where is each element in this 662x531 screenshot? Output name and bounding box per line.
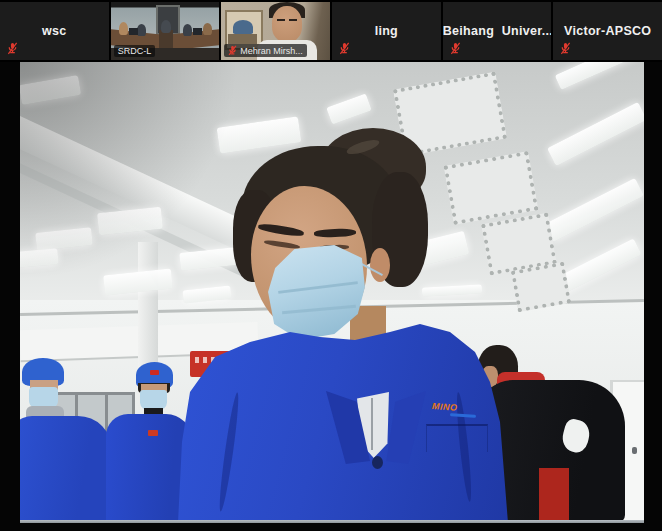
participant-tile-wsc[interactable]: wsc (0, 2, 109, 60)
participant-name: ling (332, 24, 441, 38)
srdc-monitor (193, 28, 202, 35)
mic-muted-icon (7, 42, 18, 55)
participant-name: wsc (0, 24, 109, 38)
participant-strip: wsc SRDC-L (0, 0, 662, 62)
main-video[interactable]: MINO (20, 62, 644, 523)
speaker-chest-pocket (426, 424, 488, 452)
participant-name: SRDC-L (118, 46, 152, 56)
technician2-coat-badge (148, 430, 158, 436)
mic-muted-icon (228, 45, 237, 56)
participant-name: Beihang Univer... (443, 24, 552, 38)
mehran-face (272, 6, 302, 42)
door-handle (632, 447, 637, 454)
speaker-coat-logo: MINO (432, 401, 458, 413)
participant-tile-ling[interactable]: ling (332, 2, 441, 60)
srdc-person (183, 24, 192, 36)
mic-muted-icon (560, 42, 571, 55)
participant-name-label: Mehran Mirsh... (224, 44, 307, 57)
speaker-coat-button (372, 456, 383, 469)
srdc-monitor (129, 28, 138, 35)
observer-red-lower (539, 468, 569, 523)
technician2-cap-logo (150, 370, 159, 375)
participant-name: Mehran Mirsh... (240, 46, 303, 56)
video-bottom-edge (20, 520, 644, 523)
srdc-person (137, 24, 146, 36)
participant-tile-beihang[interactable]: Beihang Univer... (443, 2, 552, 60)
participant-tile-srdc-l[interactable]: SRDC-L (111, 2, 220, 60)
srdc-person (119, 22, 128, 35)
participant-name-label: SRDC-L (114, 45, 156, 57)
technician1-coat (20, 416, 112, 523)
mehran-painting-base (228, 34, 257, 44)
srdc-person (161, 20, 171, 33)
participant-name: Victor-APSCO (553, 24, 662, 38)
mic-muted-icon (450, 42, 461, 55)
speaker-ear (370, 248, 390, 282)
mehran-painting-dome (233, 20, 253, 34)
mehran-eyebrows (277, 19, 285, 21)
mehran-eyebrows (289, 19, 297, 21)
speaker-shirt-placket (371, 398, 373, 450)
participant-tile-mehran[interactable]: Mehran Mirsh... (221, 2, 330, 60)
participant-tile-victor-apsco[interactable]: Victor-APSCO (553, 2, 662, 60)
mic-muted-icon (339, 42, 350, 55)
srdc-person (203, 23, 212, 35)
